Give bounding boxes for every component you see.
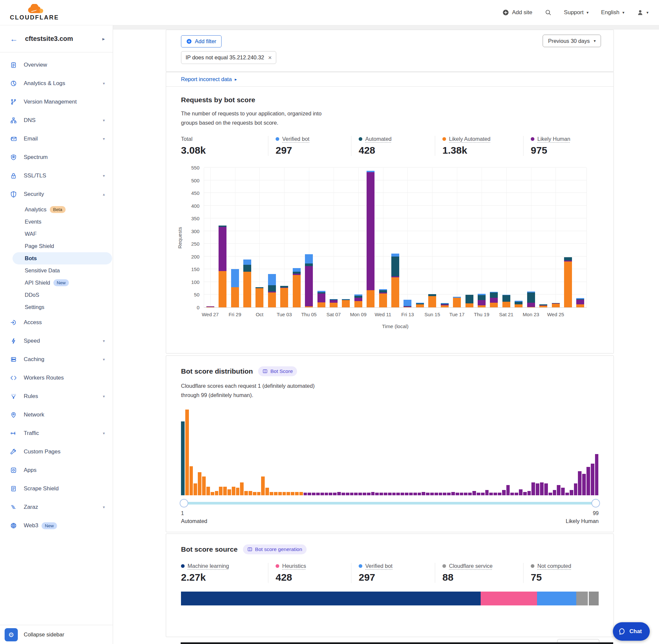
sidebar-item-apps[interactable]: Apps: [0, 461, 113, 480]
bar-slot: [364, 168, 376, 307]
y-tick-label: 450: [182, 190, 199, 196]
sidebar-item-custom-pages[interactable]: Custom Pages: [0, 442, 113, 461]
stat-not-computed: Not computed75: [523, 563, 599, 583]
sidebar-item-overview[interactable]: Overview: [0, 56, 113, 74]
bar-segment: [243, 259, 251, 264]
stat-likely-automated: Likely Automated1.38k: [435, 136, 523, 156]
user-menu[interactable]: ▾: [637, 9, 649, 16]
sidebar-item-label: Security: [24, 191, 44, 198]
bar-segment: [391, 256, 399, 276]
add-site-button[interactable]: Add site: [502, 9, 532, 16]
bar-segment: [466, 303, 473, 307]
histogram-bar: [291, 492, 295, 495]
sidebar-item-workers-routes[interactable]: Workers Routes: [0, 369, 113, 387]
bar-slot: [389, 168, 401, 307]
stacked-bar: [552, 303, 560, 307]
back-arrow-icon[interactable]: ←: [10, 34, 18, 44]
bot-score-badge[interactable]: Bot Score: [258, 366, 297, 376]
chat-button[interactable]: Chat: [613, 622, 650, 641]
site-name: cftestsite3.com: [25, 35, 73, 43]
sidebar-item-dns[interactable]: DNS▾: [0, 111, 113, 130]
cloudflare-logo[interactable]: CLOUDFLARE: [10, 4, 59, 21]
slider-handle-min[interactable]: [180, 499, 188, 507]
bar-segment: [268, 285, 276, 292]
site-selector[interactable]: ← cftestsite3.com ▸: [0, 25, 113, 52]
sidebar-item-settings[interactable]: Settings: [0, 301, 113, 313]
sidebar-item-email[interactable]: Email▾: [0, 130, 113, 148]
support-menu[interactable]: Support ▾: [564, 9, 589, 16]
report-incorrect-data-link[interactable]: Report incorrect data ▸: [181, 76, 237, 83]
sidebar-item-events[interactable]: Events: [0, 216, 113, 228]
stacked-bar: [391, 254, 399, 307]
sidebar-item-label: Analytics & Logs: [24, 80, 65, 87]
bar-segment: [243, 272, 251, 307]
stat-likely-human: Likely Human975: [523, 136, 599, 156]
histogram-bar: [325, 493, 328, 495]
bar-slot: [488, 168, 500, 307]
sidebar-item-caching[interactable]: Caching▾: [0, 350, 113, 369]
collapse-sidebar-button[interactable]: Collapse sidebar: [24, 631, 64, 638]
sidebar-item-access[interactable]: Access: [0, 313, 113, 332]
sidebar-item-security[interactable]: Security▴: [0, 185, 113, 204]
stat-value: 2.27k: [181, 572, 268, 583]
top-strip: [113, 25, 659, 30]
y-tick-label: 200: [182, 254, 199, 260]
stacked-bar: [527, 292, 535, 307]
stat-total: Total3.08k: [181, 136, 268, 156]
stacked-bar: [441, 303, 449, 307]
histogram-bar: [316, 493, 320, 495]
stacked-bar: [416, 303, 424, 307]
y-tick-label: 500: [182, 178, 199, 184]
slider-handle-max[interactable]: [591, 499, 600, 507]
sidebar-item-analytics-logs[interactable]: Analytics & Logs▾: [0, 74, 113, 93]
histogram-bar: [223, 487, 227, 495]
sidebar-item-version-management[interactable]: Version Management: [0, 93, 113, 111]
histogram-bar: [236, 488, 240, 495]
chevron-down-icon: ▾: [103, 137, 105, 141]
slider-track[interactable]: [181, 502, 599, 505]
language-menu[interactable]: English ▾: [601, 9, 625, 16]
sidebar-item-ddos[interactable]: DDoS: [0, 289, 113, 301]
sidebar-item-rules[interactable]: Rules▾: [0, 387, 113, 406]
sidebar-item-ssl-tls[interactable]: SSL/TLS▾: [0, 166, 113, 185]
sidebar-item-page-shield[interactable]: Page Shield: [0, 240, 113, 252]
bot-score-generation-badge[interactable]: Bot score generation: [243, 545, 307, 554]
stat-value: 75: [531, 572, 599, 583]
sidebar-item-scrape-shield[interactable]: Scrape Shield: [0, 480, 113, 498]
stacked-bar: [490, 292, 498, 307]
sidebar-item-spectrum[interactable]: Spectrum: [0, 148, 113, 166]
rules-icon: [10, 393, 17, 400]
sidebar-item-analytics[interactable]: AnalyticsBeta: [0, 204, 113, 216]
bar-slot: [451, 168, 463, 307]
sidebar-item-sensitive-data[interactable]: Sensitive Data: [0, 264, 113, 277]
histogram-bar: [211, 492, 214, 495]
sidebar-item-waf[interactable]: WAF: [0, 228, 113, 240]
sidebar-item-label: SSL/TLS: [24, 172, 46, 179]
preferences-button[interactable]: ⚙: [5, 628, 18, 641]
remove-filter-icon[interactable]: ×: [268, 54, 272, 61]
stat-machine-learning: Machine learning2.27k: [181, 563, 268, 583]
date-range-value: Previous 30 days: [548, 38, 590, 44]
source-bar-segment-verified-bot: [537, 592, 576, 605]
histogram-bar: [198, 472, 202, 495]
sidebar-item-zaraz[interactable]: Zaraz▾: [0, 498, 113, 516]
bar-segment: [515, 304, 522, 307]
sidebar-item-web3[interactable]: Web3New: [0, 516, 113, 535]
histogram-bar: [304, 493, 307, 495]
sidebar-item-network[interactable]: Network: [0, 406, 113, 424]
sidebar-item-traffic[interactable]: Traffic▾: [0, 424, 113, 442]
search-icon[interactable]: [545, 9, 551, 16]
network-icon: [10, 411, 17, 418]
sidebar-item-speed[interactable]: Speed▾: [0, 332, 113, 350]
date-range-select[interactable]: Previous 30 days ▾: [543, 34, 601, 47]
chevron-down-icon: ▾: [103, 81, 105, 86]
sidebar-item-api-shield[interactable]: API ShieldNew: [0, 277, 113, 289]
filter-chip[interactable]: IP does not equal 35.212.240.32 ×: [181, 51, 276, 64]
bar-slot: [315, 168, 327, 307]
histogram-bar: [548, 493, 552, 495]
sidebar-item-bots[interactable]: Bots: [13, 252, 112, 264]
x-tick-label: Tue 17: [449, 312, 465, 317]
bar-segment: [305, 254, 313, 263]
bar-segment: [231, 287, 239, 307]
add-filter-button[interactable]: Add filter: [181, 35, 221, 47]
